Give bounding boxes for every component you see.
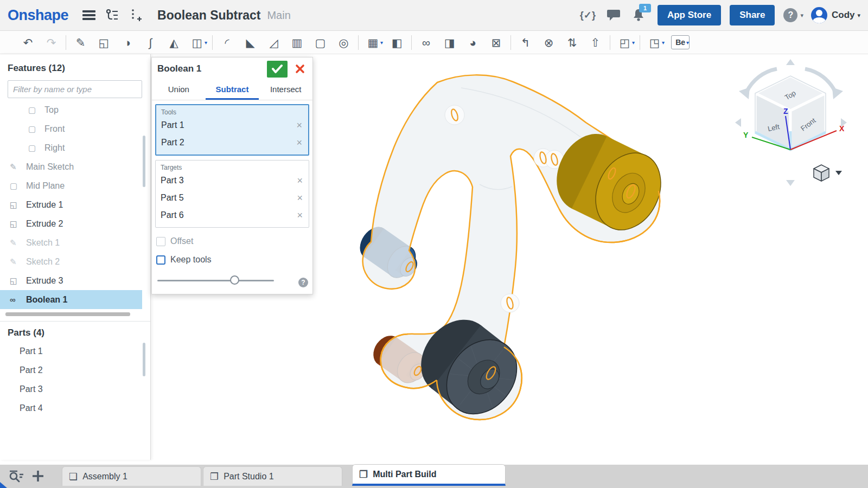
features-header: Features (12) <box>8 63 150 74</box>
confirm-button[interactable] <box>267 61 288 78</box>
shell-icon[interactable]: ▢ <box>309 31 332 54</box>
part-gray-cylinder[interactable] <box>406 306 531 428</box>
featurescript-icon[interactable]: {✓} <box>580 9 596 21</box>
tool-item-part-2[interactable]: Part 2× <box>161 134 303 151</box>
sketch-icon[interactable]: ✎ <box>69 31 92 54</box>
sweep-icon[interactable]: ∫ <box>139 31 162 54</box>
dialog-tab-union[interactable]: Union <box>152 80 206 100</box>
workspace-name[interactable]: Main <box>267 9 290 22</box>
version-tree-icon[interactable] <box>105 8 119 22</box>
feature-item-extrude-2[interactable]: ◱Extrude 2 <box>0 214 150 233</box>
dialog-tab-intersect[interactable]: Intersect <box>259 80 312 100</box>
remove-item-button[interactable]: × <box>296 175 304 187</box>
document-tab-part-studio-1[interactable]: ❐Part Studio 1 <box>203 466 342 486</box>
feature-icon: ◱ <box>10 200 22 210</box>
rib-icon[interactable]: ▥ <box>285 31 309 54</box>
help-dropdown-caret[interactable]: ▾ <box>800 12 803 19</box>
comments-icon[interactable] <box>607 9 621 22</box>
split-icon[interactable]: ◨ <box>438 31 461 54</box>
surface-tools-dropdown-caret[interactable]: ▾ <box>662 40 665 46</box>
extrude-icon[interactable]: ◱ <box>92 31 116 54</box>
tools-selection-box[interactable]: Tools Part 1×Part 2× <box>155 104 309 156</box>
draft-icon[interactable]: ◿ <box>262 31 285 54</box>
revolve-icon[interactable]: ◑ <box>116 31 139 54</box>
horizontal-scrollbar[interactable] <box>5 312 130 316</box>
part-item-part-1[interactable]: Part 1 <box>0 342 150 361</box>
dialog-help-icon[interactable]: ? <box>298 278 308 287</box>
user-avatar[interactable] <box>811 7 827 23</box>
offset-checkbox[interactable] <box>156 237 165 246</box>
search-tabs-icon[interactable] <box>9 470 25 486</box>
slider-track[interactable] <box>157 280 274 281</box>
view-cube[interactable]: Top Left Front Z X Y <box>733 57 848 189</box>
enclose-dropdown-caret[interactable]: ▾ <box>632 40 635 46</box>
tool-item-part-1[interactable]: Part 1× <box>161 117 303 134</box>
remove-item-button[interactable]: × <box>295 120 303 131</box>
targets-selection-box[interactable]: Targets Part 3×Part 5×Part 6× <box>155 160 309 228</box>
modify-fillet-icon[interactable]: ◕ <box>461 31 484 54</box>
keep-tools-option: Keep tools <box>156 255 308 265</box>
view-mode-dropdown-caret[interactable] <box>835 171 842 175</box>
thicken-dropdown-caret[interactable]: ▾ <box>205 40 207 46</box>
feature-item-main-sketch[interactable]: ✎Main Sketch <box>0 157 150 176</box>
mirror-icon[interactable]: ◧ <box>385 31 409 54</box>
target-item-part-6[interactable]: Part 6× <box>161 207 304 224</box>
feature-filter-input[interactable] <box>8 80 142 98</box>
loft-icon[interactable]: ◭ <box>162 31 186 54</box>
feature-label: Mid Plane <box>26 181 65 191</box>
boolean-icon[interactable]: ∞ <box>414 31 438 54</box>
part-item-part-3[interactable]: Part 3 <box>0 380 150 399</box>
target-item-part-3[interactable]: Part 3× <box>161 172 304 189</box>
chamfer-icon[interactable]: ◣ <box>239 31 262 54</box>
feature-item-extrude-1[interactable]: ◱Extrude 1 <box>0 195 150 214</box>
feature-item-extrude-3[interactable]: ◱Extrude 3 <box>0 271 150 290</box>
offset-surface-icon[interactable]: ⇧ <box>584 31 607 54</box>
share-button[interactable]: Share <box>730 5 775 25</box>
tab-label: Multi Part Build <box>373 470 436 479</box>
custom-feature-dropdown-caret[interactable]: ▾ <box>686 40 689 46</box>
feature-item-right[interactable]: ▢Right <box>0 138 150 157</box>
user-name[interactable]: Cody <box>832 10 855 21</box>
delete-part-icon[interactable]: ⊠ <box>484 31 508 54</box>
view-mode-cube-icon[interactable] <box>814 165 829 181</box>
replace-face-icon[interactable]: ⇅ <box>560 31 584 54</box>
main-menu-icon[interactable] <box>82 9 95 22</box>
hole-icon[interactable]: ◎ <box>332 31 355 54</box>
app-store-button[interactable]: App Store <box>658 5 721 25</box>
parts-scrollbar[interactable] <box>143 343 145 376</box>
pattern-dropdown-caret[interactable]: ▾ <box>380 40 383 46</box>
feature-item-boolean-1[interactable]: ∞Boolean 1 <box>0 290 142 309</box>
document-tab-multi-part-build[interactable]: ❐Multi Part Build <box>352 464 506 486</box>
feature-list-panel: Features (12) ▢Top▢Front▢Right✎Main Sket… <box>0 54 151 460</box>
feature-label: Sketch 1 <box>26 238 60 248</box>
remove-item-button[interactable]: × <box>296 192 304 204</box>
redo-icon[interactable]: ↷ <box>40 31 63 54</box>
move-face-icon[interactable]: ↰ <box>514 31 537 54</box>
onshape-logo[interactable]: Onshape <box>8 7 68 24</box>
insert-version-icon[interactable] <box>129 8 142 22</box>
undo-icon[interactable]: ↶ <box>16 31 40 54</box>
document-tab-assembly-1[interactable]: ❏Assembly 1 <box>62 466 201 486</box>
features-scrollbar[interactable] <box>143 136 145 187</box>
feature-item-top[interactable]: ▢Top <box>0 100 150 119</box>
remove-item-button[interactable]: × <box>295 137 303 149</box>
feature-icon: ▢ <box>28 124 40 134</box>
feature-item-sketch-2[interactable]: ✎Sketch 2 <box>0 252 150 271</box>
cancel-button[interactable] <box>295 64 305 74</box>
add-tab-icon[interactable] <box>31 470 44 485</box>
notifications-bell-icon[interactable]: 1 <box>631 8 646 22</box>
feature-item-mid-plane[interactable]: ▢Mid Plane <box>0 176 150 195</box>
feature-item-front[interactable]: ▢Front <box>0 119 150 138</box>
dialog-tab-subtract[interactable]: Subtract <box>206 80 259 100</box>
keep-tools-checkbox[interactable] <box>156 255 165 265</box>
remove-item-button[interactable]: × <box>296 210 304 221</box>
target-item-part-5[interactable]: Part 5× <box>161 189 304 207</box>
user-dropdown-caret[interactable]: ▾ <box>857 12 860 19</box>
delete-face-icon[interactable]: ⊗ <box>537 31 560 54</box>
part-item-part-4[interactable]: Part 4 <box>0 399 150 418</box>
part-item-part-2[interactable]: Part 2 <box>0 361 150 380</box>
fillet-icon[interactable]: ◜ <box>215 31 239 54</box>
slider-handle[interactable] <box>230 275 239 285</box>
help-icon[interactable]: ? <box>783 8 797 22</box>
feature-item-sketch-1[interactable]: ✎Sketch 1 <box>0 233 150 252</box>
